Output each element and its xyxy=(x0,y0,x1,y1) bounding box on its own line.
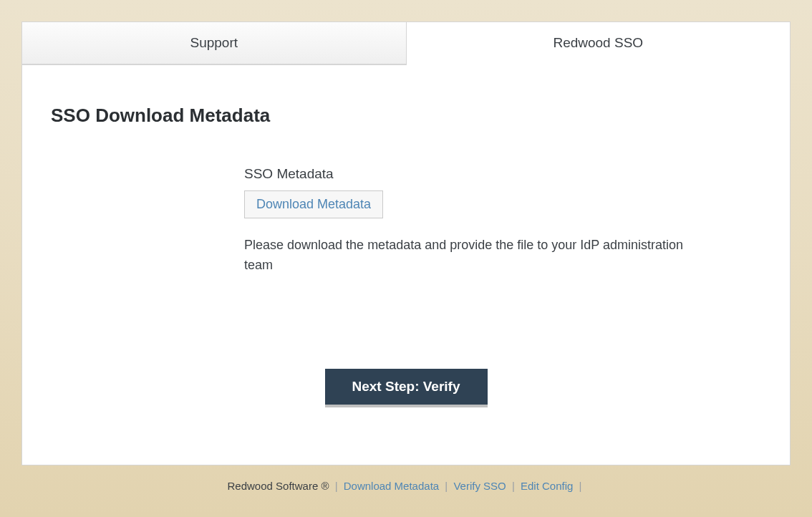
footer-separator: | xyxy=(335,480,341,492)
footer-separator: | xyxy=(512,480,518,492)
footer-link-verify-sso[interactable]: Verify SSO xyxy=(453,480,506,492)
footer-brand: Redwood Software ® xyxy=(228,480,329,492)
sso-metadata-description: Please download the metadata and provide… xyxy=(244,236,688,276)
footer-link-edit-config[interactable]: Edit Config xyxy=(521,480,573,492)
footer-link-download-metadata[interactable]: Download Metadata xyxy=(344,480,439,492)
next-step-wrap: Next Step: Verify xyxy=(51,369,761,405)
tab-redwood-sso[interactable]: Redwood SSO xyxy=(407,22,791,65)
sso-metadata-label: SSO Metadata xyxy=(244,166,688,182)
main-panel: Support Redwood SSO SSO Download Metadat… xyxy=(21,21,791,465)
page-title: SSO Download Metadata xyxy=(51,105,761,127)
download-metadata-button[interactable]: Download Metadata xyxy=(244,190,383,218)
content-area: SSO Download Metadata SSO Metadata Downl… xyxy=(22,65,790,433)
sso-metadata-section: SSO Metadata Download Metadata Please do… xyxy=(244,166,688,276)
footer-separator: | xyxy=(579,480,582,492)
next-step-verify-button[interactable]: Next Step: Verify xyxy=(325,369,488,405)
footer-separator: | xyxy=(445,480,450,492)
footer: Redwood Software ® | Download Metadata |… xyxy=(21,465,791,506)
tabs: Support Redwood SSO xyxy=(22,22,790,65)
tab-support[interactable]: Support xyxy=(22,22,407,64)
